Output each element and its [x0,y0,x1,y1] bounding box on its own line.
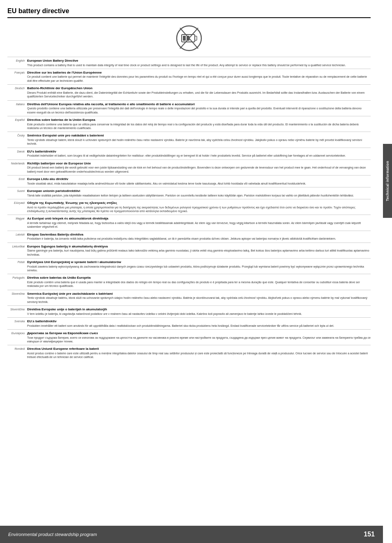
section-title: EU's batteridirektiv [27,150,371,153]
lang-section: DanskEU's batteridirektivProduktet indeh… [7,148,371,159]
lang-content: Richtlijn batterijen voor de Europese Un… [27,162,371,173]
section-title: Euroopan unionin paristodirektiiivi [27,189,371,193]
lang-section: DeutschBatterie-Richtlinie der Europäisc… [7,84,371,100]
section-body: Αυτό το προϊόν περιλαμβάνει μια μπαταρία… [27,206,371,213]
section-title: Direttiva dell'Unione Europea relativa a… [27,102,371,106]
section-title: Euroopa Liidu aku direktiiv [27,177,371,181]
lang-label: Slovenščina [7,307,27,316]
section-title: Eiropas Savienibas Bateriju direktiva [27,233,371,236]
page-title: EU battery directive [7,7,371,15]
lang-content: EU:s batteridirektivProdukten innehåller… [27,319,371,328]
lang-label: English [7,59,27,67]
lang-section: EspañolDirectiva sobre baterías de la Un… [7,116,371,132]
lang-label: Português [7,276,27,288]
section-body: Dit product bevat een batterij die wordt… [27,166,371,173]
lang-label: Français [7,71,27,83]
lang-label: Magyar [7,217,27,229]
lang-section: ΕλληνικάΟδηγία της Ευρωπαϊκής Ένωσης για… [7,199,371,215]
lang-content: Smernica Európskej únie pre zaobchádzani… [27,292,371,304]
battery-icon [173,24,205,53]
lang-section: LietuviškaiEuropos Sąjungos baterijų ir … [7,243,371,258]
lang-content: Euroopa Liidu aku direktiivToode sisalda… [27,177,371,185]
section-body: Tento výrobok obsahuje batériu, ktorá sl… [27,296,371,304]
section-title: Diretiva sobre baterias da União Européi… [27,276,371,280]
section-body: V tem izdelku je baterija, ki zagotavlja… [27,312,371,316]
section-title: Az Európai unió telepek és akkumulátorok… [27,217,371,220]
lang-content: Eiropas Savienibas Bateriju direktivaPro… [27,233,371,241]
section-title: Europos Sąjungos baterijų ir akumuliator… [27,245,371,248]
lang-label: Nederlands [7,162,27,173]
lang-section: LatviskiEiropas Savienibas Bateriju dire… [7,231,371,243]
lang-section: FrançaisDirective sur les batteries de l… [7,69,371,84]
language-sections: EnglishEuropean Union Battery DirectiveT… [7,57,371,361]
lang-label: Slovenčina [7,292,27,304]
lang-section: SvenskaEU:s batteridirektivProdukten inn… [7,317,371,329]
lang-label: Italiano [7,102,27,114]
svg-rect-2 [195,36,197,40]
lang-content: Euroopan unionin paristodirektiiiviTämä … [27,189,371,197]
section-title: Directive sur les batteries de l'Union E… [27,71,371,74]
lang-content: Directive sur les batteries de l'Union E… [27,71,371,83]
lang-label: Latviski [7,233,27,241]
section-body: This product contains a battery that is … [27,63,371,67]
lang-content: Directiva Uniunii Europene referitoare l… [27,347,371,359]
lang-content: Direktiva Evropske unije o baterijah in … [27,307,371,316]
section-body: Ce produit contient une batterie qui per… [27,75,371,83]
section-title: Richtlijn batterijen voor de Europese Un… [27,162,371,165]
lang-label: Česky [7,134,27,146]
lang-label: Ελληνικά [7,201,27,213]
main-content: EU battery directive EnglishEuropean Uni… [0,0,383,386]
lang-section: NederlandsRichtlijn batterijen voor de E… [7,159,371,175]
lang-label: Dansk [7,150,27,158]
tech-info-tab: Technical information [383,144,392,218]
battery-icon-container [7,24,371,53]
lang-content: Az Európai unió telepek és akkumulátorok… [27,217,371,229]
section-title: Batterie-Richtlinie der Europäischen Uni… [27,86,371,90]
lang-content: Europos Sąjungos baterijų ir akumuliator… [27,245,371,256]
page-header: EU battery directive [7,7,371,18]
footer-program-text: Environmental product stewardship progra… [8,532,97,537]
lang-label: Română [7,347,27,359]
section-title: EU:s batteridirektiv [27,319,371,323]
lang-content: Direttiva dell'Unione Europea relativa a… [27,102,371,114]
lang-section: EestiEuroopa Liidu aku direktiivToode si… [7,175,371,187]
section-body: Produktam ir baterija, ka izmanto reālā … [27,237,371,240]
lang-section: SlovenščinaDirektiva Evropske unije o ba… [7,305,371,317]
lang-section: SlovenčinaSmernica Európskej únie pre za… [7,290,371,305]
lang-label: Español [7,118,27,130]
lang-content: Οδηγία της Ευρωπαϊκής Ένωσης για τις ηλε… [27,201,371,213]
lang-label: Eesti [7,177,27,185]
lang-section: PolskiDyrektywa Unii Europejskiej w spra… [7,258,371,274]
section-body: Este producto contiene una batería que s… [27,122,371,130]
section-body: Toode sisaldab akut, mida kasutatakse re… [27,182,371,185]
lang-content: European Union Battery DirectiveThis pro… [27,59,371,67]
lang-section: ItalianoDirettiva dell'Unione Europea re… [7,100,371,116]
lang-section: RomânăDirectiva Uniunii Europene referit… [7,345,371,360]
lang-content: Directiva sobre baterías de la Unión Eur… [27,118,371,130]
section-title: Dyrektywa Unii Europejskiej w sprawie ba… [27,260,371,264]
section-body: Този продукт съдържа батерия, която се и… [27,336,371,344]
lang-content: Směrnice Evropské unie pro nakládání s b… [27,134,371,146]
lang-content: Diretiva sobre baterias da União Européi… [27,276,371,288]
section-body: Este produto contém uma bateria que é us… [27,280,371,288]
lang-content: Dyrektywa Unii Europejskiej w sprawie ba… [27,260,371,272]
lang-content: Директива за батерии на Европейския съюз… [27,331,371,343]
lang-section: MagyarAz Európai unió telepek és akkumul… [7,215,371,230]
section-title: Smernica Európskej únie pre zaobchádzani… [27,292,371,296]
section-body: Šiame gaminyje yra baterija, kuri naudoj… [27,249,371,256]
lang-label: Polski [7,260,27,272]
lang-label: Svenska [7,319,27,328]
lang-label: Deutsch [7,86,27,98]
section-body: Tento výrobek obsahuje baterii, která sl… [27,138,371,146]
footer-page-number: 151 [364,531,375,538]
lang-section: EnglishEuropean Union Battery DirectiveT… [7,57,371,69]
svg-rect-3 [183,36,186,41]
section-body: Dieses Produkt enthält eine Batterie, di… [27,91,371,99]
lang-label: Български [7,331,27,343]
section-body: A termék tartalmaz egy elemet, melynek f… [27,221,371,229]
page-container: Technical information EU battery directi… [0,0,392,543]
section-title: Direktiva Evropske unije o baterijah in … [27,307,371,311]
section-body: Produktet indeholder et batteri, som bru… [27,154,371,157]
section-body: Questo prodotto contiene una batteria ut… [27,106,371,114]
lang-section: ČeskySměrnice Evropské unie pro nakládán… [7,132,371,147]
